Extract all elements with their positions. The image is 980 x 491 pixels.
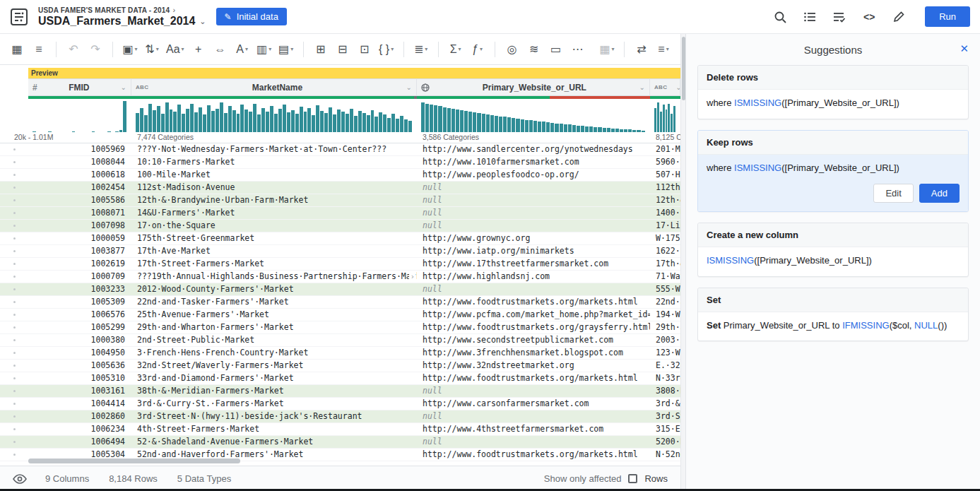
- cell-url[interactable]: http://www.sandlercenter.org/ynotwednesd…: [417, 143, 650, 155]
- table-row[interactable]: 100530922nd·and·Tasker·Farmers'·Marketht…: [0, 296, 680, 309]
- cell-url[interactable]: http://www.iatp.org/minimarkets: [417, 245, 650, 257]
- cell-marketname[interactable]: 25th·Avenue·Farmers'·Market: [131, 309, 417, 321]
- cell-fmid[interactable]: 1002619: [28, 258, 131, 270]
- add-button[interactable]: Add: [919, 184, 960, 203]
- row-gutter[interactable]: [0, 182, 28, 194]
- quality-bar[interactable]: [417, 96, 650, 99]
- cell-marketname[interactable]: 112st·Madison·Avenue: [131, 182, 417, 194]
- cell-street[interactable]: 201·Ma: [650, 143, 680, 155]
- cell-fmid[interactable]: 1003233: [28, 283, 131, 295]
- join-button[interactable]: ⊞: [311, 39, 331, 60]
- cell-url[interactable]: http://www.foodtrustmarkets.org/markets.…: [417, 372, 650, 384]
- cell-marketname[interactable]: ???19th·Annual·Highlands·Business·Partne…: [131, 271, 417, 283]
- grid-view-button[interactable]: ▦: [7, 39, 27, 60]
- vertical-scrollbar[interactable]: [680, 34, 685, 491]
- cell-fmid[interactable]: 1005309: [28, 296, 131, 308]
- cell-street[interactable]: 2003·2: [650, 334, 680, 346]
- column-menu-chevron-icon[interactable]: ⌄: [675, 83, 680, 91]
- cell-fmid[interactable]: 1006576: [28, 309, 131, 321]
- compare-rows-button[interactable]: ≋: [524, 39, 544, 60]
- table-row[interactable]: 1000059175th·Street·Greenmarkethttp://ww…: [0, 232, 680, 245]
- list-view-button[interactable]: ≡: [29, 39, 49, 60]
- rows-checkbox[interactable]: [628, 474, 637, 483]
- column-histogram[interactable]: [417, 100, 650, 132]
- cell-marketname[interactable]: 14&U·Farmers'·Market: [131, 207, 417, 219]
- cell-fmid[interactable]: 1006234: [28, 423, 131, 435]
- run-button[interactable]: Run: [925, 6, 970, 27]
- quality-bar[interactable]: [28, 96, 131, 99]
- cell-marketname[interactable]: 10:10·Farmers·Market: [131, 156, 417, 168]
- cell-url[interactable]: http://www.4thstreetfarmersmarket.com: [417, 423, 650, 435]
- column-menu-chevron-icon[interactable]: ⌄: [121, 83, 126, 91]
- table-row[interactable]: 100657625th·Avenue·Farmers'·Markethttp:/…: [0, 309, 680, 321]
- cell-marketname[interactable]: 33rd·and·Diamond·Farmers'·Market: [131, 372, 417, 384]
- suggestion-card-create-a-new-column[interactable]: Create a new columnISMISSING([Primary_We…: [697, 223, 969, 277]
- row-gutter[interactable]: [0, 207, 28, 219]
- table-row[interactable]: 1000618100-Mile·Markethttp://www.peoples…: [0, 169, 680, 182]
- cell-marketname[interactable]: 17th·Ave·Market: [131, 245, 417, 257]
- redo-button[interactable]: ↷: [85, 39, 105, 60]
- table-row[interactable]: 100531033rd·and·Diamond·Farmers'·Marketh…: [0, 372, 680, 385]
- cell-url[interactable]: http://www.foodtrustmarkets.org/markets.…: [417, 449, 650, 461]
- undo-button[interactable]: ↶: [64, 39, 83, 60]
- cell-fmid[interactable]: 1008071: [28, 207, 131, 219]
- cell-street[interactable]: 555·W: [650, 283, 680, 295]
- row-gutter[interactable]: [0, 347, 28, 359]
- braces-button[interactable]: { }▾: [377, 39, 396, 60]
- row-gutter[interactable]: [0, 156, 28, 168]
- column-histogram[interactable]: [650, 100, 680, 132]
- align-button[interactable]: ≣▾: [411, 39, 431, 60]
- cell-fmid[interactable]: 1002860: [28, 410, 131, 422]
- table-row[interactable]: 100563632nd·Street/Waverly·Farmers·Marke…: [0, 360, 680, 372]
- row-gutter[interactable]: [0, 194, 28, 206]
- cell-fmid[interactable]: 1005299: [28, 321, 131, 333]
- code-icon[interactable]: <>: [861, 9, 877, 25]
- row-gutter[interactable]: [0, 169, 28, 181]
- row-gutter[interactable]: [0, 220, 28, 232]
- quality-bar[interactable]: [650, 96, 680, 99]
- table-row[interactable]: 10062344th·Street·Farmers·Markethttp://w…: [0, 423, 680, 436]
- cell-url[interactable]: null: [417, 410, 650, 422]
- cell-url[interactable]: http://www.peoplesfoodco-op.org/: [417, 169, 650, 181]
- cell-url[interactable]: http://www.foodtrustmarkets.org/graysfer…: [417, 321, 650, 333]
- edit-button[interactable]: Edit: [873, 184, 913, 203]
- recipe-steps-icon[interactable]: [832, 9, 847, 25]
- column-header-partial[interactable]: ABC⌄: [650, 78, 680, 96]
- cell-marketname[interactable]: 38th·&·Meridian·Farmers·Market: [131, 385, 417, 397]
- column-header-Primary_Website_or_URL[interactable]: Primary_Website_or_URL⌄: [417, 78, 650, 96]
- cell-fmid[interactable]: 1005586: [28, 194, 131, 206]
- table-row[interactable]: 100807114&U·Farmers'·Marketnull1400·U: [0, 207, 680, 220]
- cell-marketname[interactable]: 12th·&·Brandywine·Urban·Farm·Market: [131, 194, 417, 206]
- row-gutter[interactable]: [0, 436, 28, 448]
- cell-marketname[interactable]: 2012·Wood·County·Farmers'·Market: [131, 283, 417, 295]
- cell-url[interactable]: http://www.carsonfarmersmarket.com: [417, 398, 650, 410]
- cell-url[interactable]: null: [417, 220, 650, 232]
- table-row[interactable]: 100387717th·Ave·Markethttp://www.iatp.or…: [0, 245, 680, 258]
- table-row[interactable]: 10044143rd·&·Curry·St.·Farmers·Markethtt…: [0, 398, 680, 410]
- target-button[interactable]: ◎: [502, 39, 522, 60]
- row-gutter[interactable]: [0, 143, 28, 155]
- horizontal-scrollbar[interactable]: [28, 459, 240, 463]
- view-settings-button[interactable]: ≡▾: [654, 39, 673, 60]
- quality-bar[interactable]: [131, 96, 417, 99]
- resize-button[interactable]: ⇔: [211, 39, 230, 60]
- cell-fmid[interactable]: 1000618: [28, 169, 131, 181]
- row-gutter[interactable]: [0, 449, 28, 461]
- lookup-button[interactable]: ⊟: [333, 39, 353, 60]
- cell-street[interactable]: 1622·E: [650, 245, 680, 257]
- suggestion-card-delete-rows[interactable]: Delete rowswhere ISMISSING([Primary_Webs…: [697, 65, 969, 119]
- cell-fmid[interactable]: 1008044: [28, 156, 131, 168]
- visibility-eye-icon[interactable]: [13, 474, 27, 484]
- cell-street[interactable]: 3808·N: [650, 385, 680, 397]
- suggestion-card-keep-rows[interactable]: Keep rowswhere ISMISSING([Primary_Websit…: [697, 130, 969, 212]
- cell-fmid[interactable]: 1004414: [28, 398, 131, 410]
- column-header-MarketName[interactable]: ABCMarketName⌄: [131, 78, 417, 96]
- cell-street[interactable]: 17·Lin: [650, 220, 680, 232]
- letter-case-button[interactable]: Aa▾: [164, 39, 187, 60]
- cell-url[interactable]: http://www.grownyc.org: [417, 232, 650, 244]
- cell-street[interactable]: 123·W: [650, 347, 680, 359]
- cell-url[interactable]: http://www.highlandsnj.com: [417, 271, 650, 283]
- row-gutter[interactable]: [0, 385, 28, 397]
- cell-fmid[interactable]: 1004950: [28, 347, 131, 359]
- cell-marketname[interactable]: 175th·Street·Greenmarket: [131, 232, 417, 244]
